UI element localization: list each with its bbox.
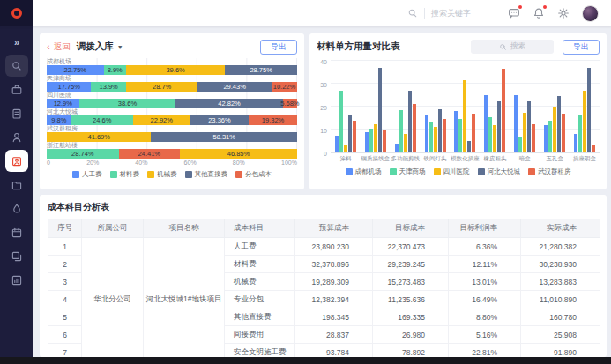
column-header[interactable]: 预算成本 [295,219,373,238]
bar[interactable] [587,68,591,152]
bar[interactable] [399,110,403,152]
bar-segment[interactable]: 23.36% [190,115,249,125]
sidebar-item-calendar[interactable] [5,221,28,243]
bar-segment[interactable]: 5.68% [283,99,297,108]
column-header[interactable]: 项目名称 [144,219,225,238]
bar[interactable] [532,124,535,153]
sidebar-item-briefcase[interactable] [5,78,28,100]
bar[interactable] [463,80,466,152]
column-header[interactable]: 所属公司 [82,219,144,238]
legend-item[interactable]: 天津商场 [390,167,426,176]
global-search[interactable]: 搜索关键字 [407,8,471,19]
bell-icon[interactable] [533,7,545,19]
bar[interactable] [484,95,488,152]
legend-item[interactable]: 人工费 [72,170,102,179]
sidebar-item-user[interactable] [5,126,28,148]
bar-segment[interactable]: 41.69% [47,132,151,142]
bar[interactable] [592,145,595,152]
bar[interactable] [365,132,369,152]
sidebar-item-folder[interactable] [5,174,28,196]
export-button-transfer[interactable]: 导出 [260,40,297,55]
chevron-down-icon[interactable]: ▼ [117,44,123,50]
legend-item[interactable]: 武汉群租房 [528,167,571,176]
bar[interactable] [553,107,556,152]
bar-segment[interactable]: 28.75% [225,65,297,75]
bar[interactable] [518,137,522,152]
message-icon[interactable] [508,7,520,19]
collapse-button[interactable]: » [5,31,28,53]
bar[interactable] [467,141,471,152]
column-header[interactable]: 成本科目 [225,219,295,238]
legend-item[interactable]: 材料费 [110,170,140,179]
bar-segment[interactable]: 58.31% [151,132,297,142]
bar-segment[interactable]: 19.32% [249,115,297,125]
bar[interactable] [493,125,496,152]
bar[interactable] [369,129,373,152]
bar[interactable] [562,114,565,152]
bar-segment[interactable]: 42.82% [175,99,283,108]
bar[interactable] [527,101,531,153]
sidebar-item-drop[interactable] [5,197,28,219]
bar-segment[interactable]: 38.6% [79,99,176,108]
column-header[interactable]: 实际成本 [521,219,600,238]
bar[interactable] [378,68,382,152]
bar[interactable] [574,134,577,152]
bar[interactable] [353,121,356,152]
bar[interactable] [583,91,586,152]
back-link[interactable]: 返回 [54,41,71,53]
bar-segment[interactable]: 29.43% [197,82,272,92]
bar[interactable] [557,96,561,152]
bar[interactable] [544,125,548,152]
bar-segment[interactable]: 46.85% [180,149,297,159]
sidebar-item-cost[interactable] [5,150,28,172]
bar[interactable] [425,115,428,152]
bar[interactable] [383,130,386,152]
bar[interactable] [374,124,377,153]
bar-segment[interactable]: 12.9% [47,99,79,108]
legend-item[interactable]: 其他直接费 [185,170,228,179]
bar-segment[interactable]: 24.6% [71,115,133,125]
bar[interactable] [395,144,399,152]
bar[interactable] [472,114,475,152]
bar[interactable] [443,119,446,152]
bar-segment[interactable]: 22.75% [47,65,104,75]
bar-segment[interactable]: 17.75% [47,82,91,92]
table-row[interactable]: 1华北分公司河北大悦城1#地块项目人工费23,890.23022,370.473… [48,238,600,256]
column-header[interactable]: 目标利润率 [449,219,521,238]
legend-item[interactable]: 河北大悦城 [478,167,521,176]
sidebar-item-copy[interactable] [5,245,28,267]
app-logo[interactable] [0,0,33,26]
bar[interactable] [413,104,416,152]
gear-icon[interactable] [557,7,570,19]
material-search-input[interactable]: 搜索 [471,40,554,54]
bar-segment[interactable]: 10.22% [272,82,297,92]
bar[interactable] [497,101,501,153]
bar[interactable] [548,121,552,152]
column-header[interactable]: 目标成本 [373,219,449,238]
bar[interactable] [578,115,582,152]
bar[interactable] [502,69,505,152]
bar[interactable] [429,122,433,152]
bar[interactable] [488,117,492,152]
bar[interactable] [408,91,412,152]
bar-segment[interactable]: 39.6% [126,65,225,75]
bar[interactable] [348,115,352,152]
bar-segment[interactable]: 9.8% [47,115,71,125]
bar[interactable] [454,111,458,152]
bar-segment[interactable]: 28.7% [126,82,198,92]
legend-item[interactable]: 分包成本 [235,170,272,179]
bar[interactable] [523,113,526,153]
sidebar-item-report[interactable] [5,269,28,291]
export-button-material[interactable]: 导出 [563,40,600,55]
bar-segment[interactable]: 13.9% [91,82,125,92]
bar[interactable] [404,134,407,152]
bar-segment[interactable]: 28.74% [47,149,119,159]
bar-segment[interactable]: 22.92% [133,115,190,125]
sidebar-item-document[interactable] [5,102,28,124]
column-header[interactable]: 序号 [48,219,82,238]
bar[interactable] [344,145,347,152]
bar[interactable] [458,119,462,152]
legend-item[interactable]: 机械费 [147,170,177,179]
avatar[interactable] [582,5,599,22]
bar[interactable] [514,95,518,152]
